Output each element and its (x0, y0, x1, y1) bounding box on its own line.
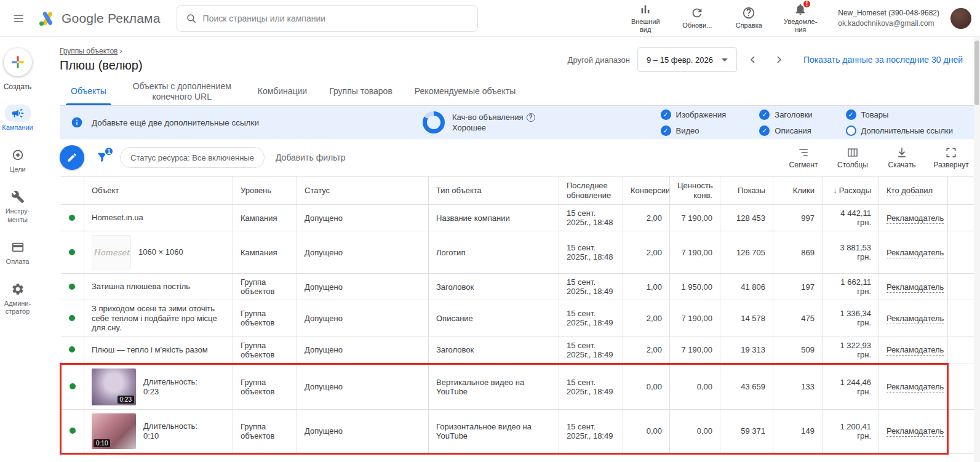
clicks-cell: 869 (773, 231, 823, 274)
sidebar-item-admin[interactable]: Админи- стратор (0, 281, 35, 316)
status-dot-icon (69, 346, 75, 352)
segment-button[interactable]: Сегмент (784, 146, 823, 169)
table-row[interactable]: Homeset.in.ua Кампания Допущено Название… (61, 205, 980, 231)
added-by-cell: Рекламодатель (879, 231, 948, 274)
status-dot-icon (69, 215, 75, 221)
added-by-link[interactable]: Рекламодатель (886, 314, 944, 324)
check-icon: ✓ (846, 125, 856, 136)
cost-cell: 3 881,53 грн. (823, 231, 879, 274)
table-row[interactable]: З приходом осені та зими оточіть себе те… (61, 300, 980, 337)
download-button[interactable]: Скачать (883, 146, 921, 169)
header-added-by[interactable]: Кто добавил (879, 177, 948, 205)
help-button[interactable]: Справка (726, 6, 771, 30)
status-filter-chip[interactable]: Статус ресурса: Все включенные (120, 147, 265, 168)
added-by-link[interactable]: Рекламодатель (886, 282, 944, 293)
date-range-value: 9 – 15 февр. 2026 (647, 55, 713, 65)
object-label: З приходом осені та зими оточіть себе те… (92, 304, 225, 333)
object-thumbnail[interactable]: 0:23 (92, 368, 136, 405)
added-by-cell: Рекламодатель (879, 274, 948, 300)
header-type[interactable]: Тип объекта (429, 177, 559, 205)
search-box[interactable] (177, 5, 478, 32)
header-clicks[interactable]: Клики (773, 177, 823, 205)
table-row[interactable]: Затишна плюшева постіль Группа объектов … (61, 274, 980, 300)
header-cost[interactable]: ↓Расходы (823, 177, 879, 205)
tab-objects-final-url[interactable]: Объекты с дополнением конечного URL (118, 78, 247, 105)
header-impressions[interactable]: Показы (720, 177, 773, 205)
added-by-link[interactable]: Рекламодатель (886, 426, 944, 437)
object-thumbnail[interactable]: Homeset (92, 235, 131, 269)
status-cell: Допущено (297, 231, 429, 274)
table-row[interactable]: 0:10 Длительность: 0:10 Группа объектов … (61, 409, 980, 453)
refresh-icon (690, 6, 704, 20)
segment-icon (797, 146, 810, 159)
added-by-link[interactable]: Рекламодатель (886, 248, 944, 258)
scrollbar-thumb[interactable] (974, 41, 979, 105)
header-updated[interactable]: Последнее обновление (559, 177, 623, 205)
type-cell: Описание (429, 300, 559, 337)
level-cell: Группа объектов (233, 337, 297, 364)
tab-product-groups[interactable]: Группы товаров (318, 78, 404, 105)
scrollbar[interactable] (974, 37, 980, 462)
clicks-cell: 197 (773, 274, 823, 300)
app: Google Реклама Внешний вид Обнови... (0, 0, 980, 462)
notifications-label: Уведомле- ния (784, 18, 817, 34)
columns-button[interactable]: Столбцы (834, 146, 872, 169)
header-status-dot (61, 177, 84, 205)
next-period-button[interactable] (769, 50, 789, 70)
thumbnail-text: Homeset (94, 248, 130, 257)
show-last-30-days-link[interactable]: Показать данные за последние 30 дней (803, 55, 963, 65)
table-row[interactable]: 0:23 Длительность: 0:23 Группа объектов … (61, 364, 980, 409)
sidebar-item-campaigns[interactable]: Кампании (0, 105, 35, 132)
refresh-button[interactable]: Обнови... (674, 6, 720, 30)
header-level[interactable]: Уровень (233, 177, 297, 205)
conv-value-cell: 1 950,00 (670, 274, 720, 300)
clicks-cell: 475 (773, 300, 823, 337)
breadcrumb-link[interactable]: Группы объектов (60, 47, 118, 55)
avatar[interactable] (950, 8, 971, 29)
tab-combinations[interactable]: Комбинации (247, 78, 318, 105)
menu-icon[interactable] (7, 7, 30, 30)
tab-recommended-objects[interactable]: Рекомендуемые объекты (404, 78, 527, 105)
conversions-cell: 0,00 (623, 364, 670, 409)
filter-button[interactable]: 1 (95, 151, 109, 164)
add-filter-button[interactable]: Добавить фильтр (276, 153, 346, 162)
status-cell: Допущено (297, 409, 429, 453)
sidebar-item-goals[interactable]: Цели (0, 146, 35, 173)
banner-message[interactable]: Добавьте ещё две дополнительные ссылки (92, 118, 259, 127)
object-thumbnail[interactable]: 0:10 (92, 413, 136, 449)
sidebar-item-tools[interactable]: Инстру- менты (0, 188, 35, 223)
refresh-label: Обнови... (682, 22, 712, 30)
added-by-link[interactable]: Рекламодатель (886, 382, 944, 392)
tab-objects[interactable]: Объекты (60, 78, 118, 105)
appearance-button[interactable]: Внешний вид (623, 2, 668, 34)
range-label: Другой диапазон (568, 55, 630, 65)
added-by-link[interactable]: Рекламодатель (886, 213, 944, 224)
type-cell: Логотип (429, 231, 559, 274)
expand-button[interactable]: Развернут (932, 146, 970, 169)
notifications-button[interactable]: ! Уведомле- ния (778, 2, 823, 34)
search-input[interactable] (203, 14, 469, 23)
google-ads-logo[interactable]: Google Реклама (37, 9, 161, 28)
check-images-label: Изображения (676, 110, 727, 119)
prev-period-button[interactable] (743, 50, 763, 70)
breadcrumb-arrow-icon: › (120, 47, 122, 55)
header-status[interactable]: Статус (297, 177, 429, 205)
table-row[interactable]: Плюш — тепло і м'якість разом Группа объ… (61, 337, 980, 364)
added-by-link[interactable]: Рекламодатель (886, 345, 944, 356)
table-row[interactable]: Homeset 1060 × 1060 Кампания Допущено Ло… (61, 231, 980, 274)
date-range-picker[interactable]: 9 – 15 февр. 2026 (637, 47, 737, 72)
account-info[interactable]: New_Homeset (390-048-9682) ok.kadochniko… (838, 8, 939, 28)
create-button[interactable] (4, 48, 32, 76)
edit-button[interactable] (60, 145, 84, 170)
quality-help-icon[interactable]: ? (527, 113, 535, 122)
type-cell: Горизонтальное видео на YouTube (429, 409, 559, 453)
header-conversions[interactable]: Конверсии (623, 177, 670, 205)
check-products: ✓Товары (846, 110, 953, 120)
status-cell: Допущено (297, 274, 429, 300)
level-cell: Кампания (233, 231, 297, 274)
sidebar-item-billing[interactable]: Оплата (0, 239, 35, 266)
object-label: 1060 × 1060 (138, 247, 183, 257)
header-conv-value[interactable]: Ценность конв. (670, 177, 720, 205)
header-object[interactable]: Объект (84, 177, 233, 205)
cost-cell: 1 200,41 грн. (823, 409, 879, 453)
